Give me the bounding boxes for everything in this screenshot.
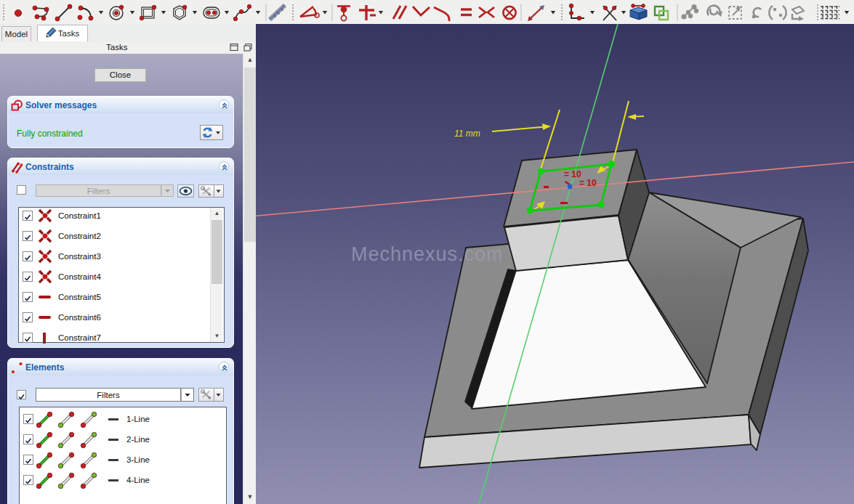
svg-text:= 10: = 10 xyxy=(579,178,597,188)
svg-text:11 mm: 11 mm xyxy=(454,129,480,139)
svg-text:Mechnexus.com: Mechnexus.com xyxy=(351,243,504,265)
